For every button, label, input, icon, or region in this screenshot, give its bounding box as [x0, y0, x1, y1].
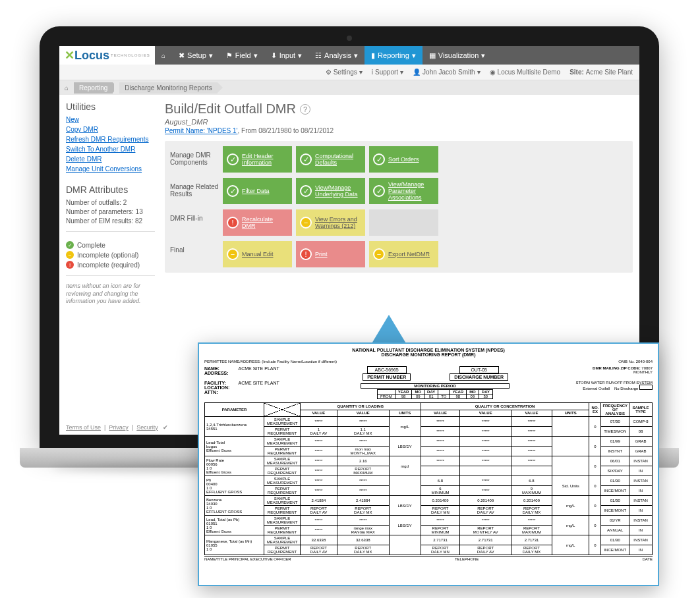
- main-content: Build/Edit Outfall DMR? August_DMR Permi…: [165, 101, 633, 306]
- alert-icon: !: [227, 217, 239, 229]
- alert-icon: !: [66, 261, 74, 269]
- globe-icon: ◉: [490, 68, 496, 76]
- sort-orders-tile[interactable]: ✓Sort Orders: [369, 146, 438, 173]
- footer-links: Terms of Use | Privacy | Security ✔: [66, 424, 168, 431]
- comp-defaults-tile[interactable]: ✓Computational Defaults: [296, 146, 365, 173]
- export-tile[interactable]: −Export NetDMR: [369, 241, 438, 267]
- info-icon: i: [372, 68, 373, 76]
- view-underlying-tile[interactable]: ✓View/Manage Underlying Data: [296, 178, 365, 204]
- attr-outfalls: Number of outfalls: 2: [66, 199, 155, 206]
- check-icon: ✓: [227, 185, 239, 197]
- check-icon: ✓: [66, 241, 74, 249]
- dmr-report-preview: NATIONAL POLLUTANT DISCHARGE ELIMINATION…: [198, 342, 659, 586]
- check-icon: ✔: [163, 424, 168, 431]
- caret-icon: ▾: [298, 51, 302, 60]
- nav-visualization[interactable]: ▦Visualization▾: [423, 46, 492, 65]
- date-range: , From 08/21/1980 to 08/21/2012: [238, 127, 334, 134]
- terms-link[interactable]: Terms of Use: [66, 424, 101, 431]
- input-icon: ⬇: [271, 51, 277, 60]
- breadcrumb-home[interactable]: ⌂: [59, 84, 74, 92]
- switch-link[interactable]: Switch To Another DMR: [66, 146, 155, 153]
- demo-link[interactable]: ◉Locus Multisite Demo: [490, 68, 561, 76]
- site-selector[interactable]: Site: Acme Site Plant: [569, 68, 633, 76]
- minus-icon: −: [227, 248, 239, 260]
- copy-dmr-link[interactable]: Copy DMR: [66, 126, 155, 133]
- empty-tile: [369, 209, 438, 236]
- alert-icon: !: [300, 248, 312, 260]
- minus-icon: −: [300, 217, 312, 229]
- breadcrumb-step[interactable]: Discharge Monitoring Reports: [119, 82, 217, 94]
- permit-link[interactable]: Permit Name: 'NPDES 1': [165, 127, 238, 134]
- sidebar: Utilities New Copy DMR Refresh DMR Requi…: [66, 101, 155, 306]
- user-icon: 👤: [413, 68, 421, 76]
- row-label: DMR Fill-in: [170, 209, 223, 222]
- edit-header-tile[interactable]: ✓Edit Header Information: [223, 146, 292, 173]
- minus-icon: −: [373, 248, 385, 260]
- gear-icon: ⚙: [326, 68, 332, 76]
- support-link[interactable]: iSupport ▾: [372, 68, 403, 76]
- legend-required: Incomplete (required): [77, 261, 140, 269]
- sidebar-note: Items without an icon are for reviewing …: [66, 283, 155, 306]
- nav-home[interactable]: ⌂: [155, 46, 172, 65]
- recalculate-tile[interactable]: !Recalculate DMR: [223, 209, 292, 236]
- caret-icon: ▾: [209, 51, 213, 60]
- check-icon: ✓: [373, 185, 385, 197]
- new-link[interactable]: New: [66, 116, 155, 123]
- nav-reporting[interactable]: ▮Reporting▾: [365, 46, 423, 65]
- errors-tile[interactable]: −View Errors and Warnings (212): [296, 209, 365, 236]
- page-title: Build/Edit Outfall DMR?: [165, 101, 633, 117]
- caret-icon: ▾: [412, 51, 416, 60]
- attr-eim: Number of EIM results: 82: [66, 217, 155, 225]
- nav-analysis[interactable]: ☷Analysis▾: [308, 46, 365, 65]
- nav-setup[interactable]: ✖Setup▾: [172, 46, 219, 65]
- wrench-icon: ✖: [179, 51, 185, 60]
- check-icon: ✓: [300, 185, 312, 197]
- check-icon: ✓: [300, 153, 312, 165]
- attrs-heading: DMR Attributes: [66, 184, 155, 195]
- viz-icon: ▦: [429, 51, 436, 60]
- row-label: Manage Related Results: [170, 178, 223, 198]
- nav-field[interactable]: ⚑Field▾: [219, 46, 264, 65]
- breadcrumb: ⌂ Reporting Discharge Monitoring Reports: [59, 80, 639, 95]
- security-link[interactable]: Security: [136, 424, 158, 431]
- minus-icon: −: [66, 251, 74, 259]
- delete-link[interactable]: Delete DMR: [66, 155, 155, 163]
- doc-icon: ▮: [371, 51, 375, 60]
- attr-params: Number of parameters: 13: [66, 208, 155, 215]
- legend-optional: Incomplete (optional): [77, 252, 138, 259]
- row-label: Final: [170, 241, 223, 254]
- privacy-link[interactable]: Privacy: [109, 424, 129, 431]
- row-label: Manage DMR Components: [170, 146, 223, 166]
- filter-data-tile[interactable]: ✓Filter Data: [223, 178, 292, 204]
- home-icon: ⌂: [161, 52, 165, 59]
- sub-navigation: ⚙Settings ▾ iSupport ▾ 👤John Jacob Smith…: [59, 65, 639, 80]
- legend-complete: Complete: [77, 242, 105, 249]
- flag-icon: ⚑: [226, 51, 233, 60]
- manual-edit-tile[interactable]: −Manual Edit: [223, 241, 292, 267]
- print-tile[interactable]: !Print: [296, 241, 365, 267]
- caret-icon: ▾: [481, 51, 485, 60]
- view-param-tile[interactable]: ✓View/Manage Parameter Associations: [369, 178, 438, 204]
- check-icon: ✓: [373, 153, 385, 165]
- nav-input[interactable]: ⬇Input▾: [264, 46, 308, 65]
- logo: ✕Locus TECHNOLOGIES: [59, 46, 155, 65]
- breadcrumb-step[interactable]: Reporting: [74, 82, 113, 94]
- check-icon: ✓: [227, 153, 239, 165]
- subtitle: August_DMR: [165, 118, 633, 126]
- refresh-link[interactable]: Refresh DMR Requirements: [66, 136, 155, 143]
- caret-icon: ▾: [254, 51, 258, 60]
- report-table: PARAMETER QUANTITY OR LOADING QUALITY OR…: [204, 402, 653, 555]
- top-navigation: ✕Locus TECHNOLOGIES ⌂ ✖Setup▾ ⚑Field▾ ⬇I…: [59, 46, 639, 65]
- chart-icon: ☷: [315, 51, 322, 60]
- settings-link[interactable]: ⚙Settings ▾: [326, 68, 363, 76]
- help-icon[interactable]: ?: [300, 104, 310, 115]
- utilities-heading: Utilities: [66, 101, 155, 112]
- user-menu[interactable]: 👤John Jacob Smith ▾: [413, 68, 481, 76]
- caret-icon: ▾: [354, 51, 358, 60]
- conversions-link[interactable]: Manage Unit Conversions: [66, 165, 155, 173]
